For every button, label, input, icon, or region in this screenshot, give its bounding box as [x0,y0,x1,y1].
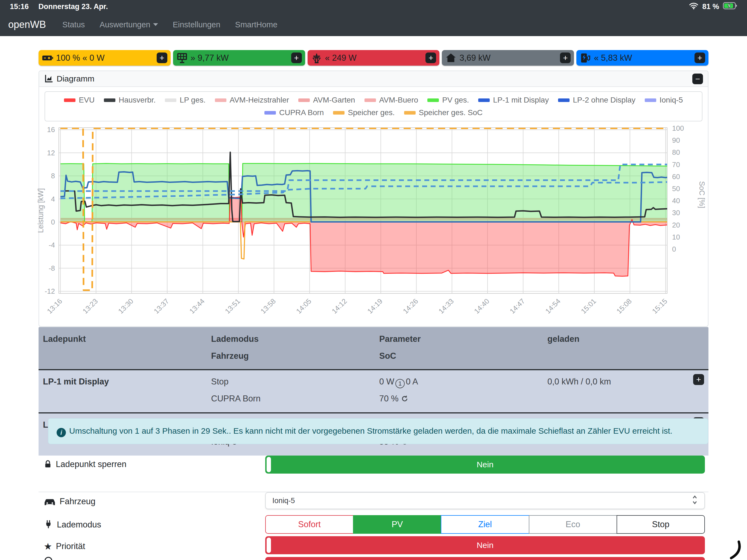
col-lademodus: Lademodus [211,332,375,346]
battery-percent: 81 % [702,2,719,11]
legend-item[interactable]: AVM-Buero [364,96,418,104]
mode-ziel-button[interactable]: Ziel [441,515,529,534]
star-icon: ★ [44,541,52,552]
mode-pv-button[interactable]: PV [353,515,441,534]
svg-text:8: 8 [51,172,55,180]
toggle-handle[interactable] [266,538,271,553]
svg-text:14:54: 14:54 [544,297,562,315]
badge-expand-button[interactable]: + [157,52,168,63]
toggle-value: Nein [476,460,493,469]
car-icon [44,497,56,506]
badge-expand-button[interactable]: + [695,52,705,63]
svg-text:SoC [%]: SoC [%] [698,181,706,208]
svg-text:10: 10 [672,233,680,241]
legend-swatch [298,98,310,102]
wifi-icon [689,2,698,11]
date: Donnerstag 23. Apr. [38,2,108,11]
status-badges: 100 % « 0 W + » 9,77 kW + « 249 W + 3,69… [38,50,709,66]
vehicle-select[interactable]: Ioniq-5 [265,492,705,509]
legend-item[interactable]: AVM-Garten [298,96,355,104]
legend-item[interactable]: LP-2 ohne Display [558,96,636,104]
badge-pv[interactable]: » 9,77 kW + [173,50,305,66]
mode-eco-button[interactable]: Eco [529,515,617,534]
svg-text:70: 70 [672,160,680,169]
diagram-header: Diagramm − [39,71,708,87]
lock-label: Ladepunkt sperren [44,459,127,469]
toggle-value: Nein [476,541,493,550]
lp1-parameter: 0 W10 A [379,375,543,388]
legend-swatch [428,98,439,102]
lp1-vehicle: CUPRA Born [211,392,375,405]
nav-status[interactable]: Status [62,20,85,29]
badge-battery[interactable]: 100 % « 0 W + [38,50,171,66]
lp1-mode: Stop [211,375,375,388]
select-arrows-icon [692,495,698,507]
clock-icon [44,556,53,560]
legend-item[interactable]: Hausverbr. [104,96,156,104]
svg-text:4: 4 [51,195,55,203]
diagram-collapse-button[interactable]: − [692,74,703,84]
toggle-handle[interactable] [266,457,271,472]
legend-item[interactable]: Speicher ges. [333,108,394,117]
clock: 15:16 [10,2,29,11]
svg-text:13:51: 13:51 [223,297,242,315]
lp1-soc: 70 % [379,392,543,406]
mode-sofort-button[interactable]: Sofort [265,515,354,534]
badge-house[interactable]: 3,69 kW + [442,50,574,66]
col-parameter: Parameter [379,332,543,346]
refresh-soc-icon[interactable] [401,393,409,406]
battery-icon [42,52,53,64]
lp1-charged: 0,0 kWh / 0,0 km [543,374,709,408]
navbar: openWB Status Auswertungen Einstellungen… [0,13,747,36]
screen: 15:16 Donnerstag 23. Apr. 81 % openWB St… [0,0,747,560]
legend-item[interactable]: PV ges. [428,96,469,104]
svg-text:13:23: 13:23 [81,297,99,315]
lock-toggle[interactable]: Nein [265,456,705,474]
legend-swatch [558,98,570,102]
brand[interactable]: openWB [8,19,46,30]
nav-smarthome[interactable]: SmartHome [235,20,278,29]
nav-auswertungen[interactable]: Auswertungen [100,20,158,29]
col-soc: SoC [379,350,543,362]
nav-einstellungen[interactable]: Einstellungen [173,20,221,29]
grid-pylon-icon [311,52,323,64]
badge-expand-button[interactable]: + [426,52,436,63]
svg-text:50: 50 [672,184,680,193]
svg-text:0: 0 [51,218,55,226]
battery-charging-icon [723,2,737,11]
status-right: 81 % [689,2,737,11]
svg-text:14:26: 14:26 [402,297,420,315]
svg-text:40: 40 [672,197,680,205]
legend-item[interactable]: CUPRA Born [264,108,324,117]
badge-expand-button[interactable]: + [291,52,302,63]
phase-count: 1 [395,379,405,388]
legend-swatch [364,98,376,102]
svg-text:13:37: 13:37 [152,297,171,315]
vehicle-selected-value: Ioniq-5 [272,497,295,505]
legend-item[interactable]: EVU [64,96,95,104]
lp1-expand-button[interactable]: + [693,374,704,385]
badge-grid[interactable]: « 249 W + [308,50,440,66]
house-icon [445,52,457,64]
svg-text:15:15: 15:15 [650,297,669,315]
svg-text:14:33: 14:33 [437,297,455,315]
legend-swatch [165,98,176,102]
svg-text:14:12: 14:12 [330,297,349,315]
legend-item[interactable]: LP-1 mit Display [478,96,549,104]
legend-item[interactable]: Ioniq-5 [645,96,683,104]
badge-expand-button[interactable]: + [560,52,571,63]
legend-item[interactable]: AVM-Heizstrahler [215,96,289,104]
svg-text:15:01: 15:01 [579,297,598,315]
badge-chargepoint[interactable]: « 5,83 kW + [576,50,709,66]
legend-item[interactable]: Speicher ges. SoC [404,108,483,117]
svg-text:16: 16 [47,126,55,134]
svg-text:13:58: 13:58 [259,297,277,315]
ios-status-bar: 15:16 Donnerstag 23. Apr. 81 % [0,0,747,13]
legend-item[interactable]: LP ges. [165,96,205,104]
next-toggle-clipped[interactable] [265,557,705,560]
charge-mode-icon [44,519,53,530]
mode-stop-button[interactable]: Stop [617,515,705,534]
priority-label: ★ Priorität [44,541,85,552]
info-icon: i [57,428,66,437]
priority-toggle[interactable]: Nein [265,536,705,554]
